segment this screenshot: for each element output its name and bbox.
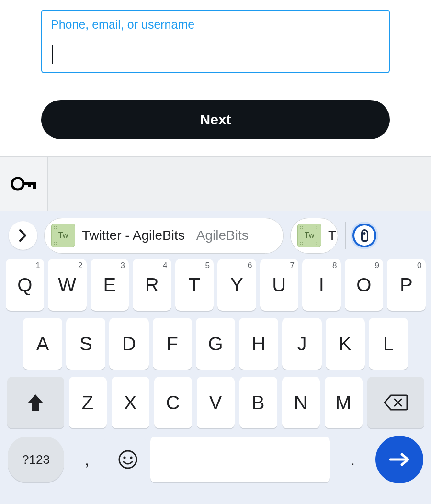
key-t[interactable]: T5	[175, 259, 214, 311]
key-k[interactable]: K	[326, 318, 365, 370]
key-alt-number: 9	[375, 261, 379, 270]
twitter-tile-icon: Tw	[51, 224, 75, 247]
key-d[interactable]: D	[109, 318, 148, 370]
soft-keyboard: Tw Twitter - AgileBits AgileBits Tw T Q1…	[0, 211, 431, 504]
svg-point-6	[119, 451, 136, 468]
keyboard-row-1: Q1W2E3R4T5Y6U7I8O9P0	[4, 259, 427, 311]
arrow-right-icon	[387, 452, 411, 467]
username-field-wrapper[interactable]: Phone, email, or username	[41, 10, 390, 73]
password-manager-bar	[0, 156, 431, 211]
onepassword-button[interactable]	[352, 224, 376, 247]
key-u[interactable]: U7	[260, 259, 299, 311]
keyboard-row-2: ASDFGHJKL	[4, 318, 427, 370]
key-z[interactable]: Z	[69, 377, 107, 428]
key-m[interactable]: M	[325, 377, 363, 428]
autofill-suggestion-secondary[interactable]: Tw T	[290, 218, 338, 254]
key-alt-number: 0	[417, 261, 421, 270]
username-label: Phone, email, or username	[51, 15, 380, 32]
password-key-button[interactable]	[0, 157, 48, 211]
svg-rect-3	[28, 182, 31, 187]
keyboard-row-3: ZXCVBNM	[4, 377, 427, 428]
shift-icon	[26, 392, 45, 413]
suggestion-title-partial: T	[328, 228, 336, 243]
key-alt-number: 2	[78, 261, 82, 270]
key-alt-number: 8	[332, 261, 337, 270]
emoji-key[interactable]	[110, 437, 146, 482]
key-j[interactable]: J	[282, 318, 321, 370]
key-alt-number: 1	[36, 261, 40, 270]
key-alt-number: 5	[205, 261, 210, 270]
key-alt-number: 3	[121, 261, 125, 270]
twitter-tile-icon: Tw	[297, 224, 321, 247]
autofill-suggestion-strip: Tw Twitter - AgileBits AgileBits Tw T	[0, 217, 431, 254]
username-input[interactable]	[51, 36, 380, 53]
backspace-icon	[383, 393, 408, 412]
key-s[interactable]: S	[66, 318, 105, 370]
login-form: Phone, email, or username Next	[0, 0, 431, 139]
period-key[interactable]: .	[335, 437, 371, 482]
key-l[interactable]: L	[369, 318, 408, 370]
key-h[interactable]: H	[239, 318, 278, 370]
backspace-key[interactable]	[367, 377, 424, 428]
enter-key[interactable]	[375, 436, 423, 483]
key-c[interactable]: C	[154, 377, 192, 428]
key-q[interactable]: Q1	[6, 259, 45, 311]
suggestion-title: Twitter - AgileBits	[82, 228, 185, 243]
svg-rect-2	[33, 182, 36, 189]
key-y[interactable]: Y6	[217, 259, 256, 311]
keyboard-row-bottom: ?123 , .	[4, 436, 427, 483]
suggestion-subtitle: AgileBits	[196, 228, 249, 243]
key-alt-number: 7	[290, 261, 295, 270]
comma-key[interactable]: ,	[69, 437, 105, 482]
svg-point-7	[123, 456, 125, 459]
key-alt-number: 6	[248, 261, 252, 270]
space-key[interactable]	[150, 437, 330, 482]
key-p[interactable]: P0	[387, 259, 426, 311]
key-x[interactable]: X	[112, 377, 149, 428]
svg-point-0	[12, 178, 23, 190]
shift-key[interactable]	[7, 377, 64, 428]
expand-suggestions-button[interactable]	[9, 221, 37, 250]
text-caret	[52, 45, 53, 64]
symbols-key[interactable]: ?123	[8, 437, 64, 482]
divider	[345, 222, 346, 249]
chevron-right-icon	[18, 229, 28, 242]
key-a[interactable]: A	[23, 318, 62, 370]
key-g[interactable]: G	[196, 318, 235, 370]
next-button[interactable]: Next	[41, 100, 390, 139]
key-r[interactable]: R4	[133, 259, 171, 311]
keyboard-rows: Q1W2E3R4T5Y6U7I8O9P0 ASDFGHJKL ZXCVBNM ?…	[0, 254, 431, 487]
svg-point-8	[130, 456, 132, 459]
key-icon	[11, 174, 37, 193]
emoji-icon	[118, 449, 138, 470]
key-f[interactable]: F	[153, 318, 192, 370]
key-v[interactable]: V	[197, 377, 235, 428]
key-e[interactable]: E3	[91, 259, 129, 311]
key-i[interactable]: I8	[302, 259, 341, 311]
key-n[interactable]: N	[282, 377, 320, 428]
onepassword-icon	[361, 229, 368, 242]
key-w[interactable]: W2	[48, 259, 87, 311]
key-b[interactable]: B	[239, 377, 277, 428]
autofill-suggestion-primary[interactable]: Tw Twitter - AgileBits AgileBits	[44, 218, 284, 254]
key-alt-number: 4	[163, 261, 167, 270]
key-o[interactable]: O9	[345, 259, 384, 311]
